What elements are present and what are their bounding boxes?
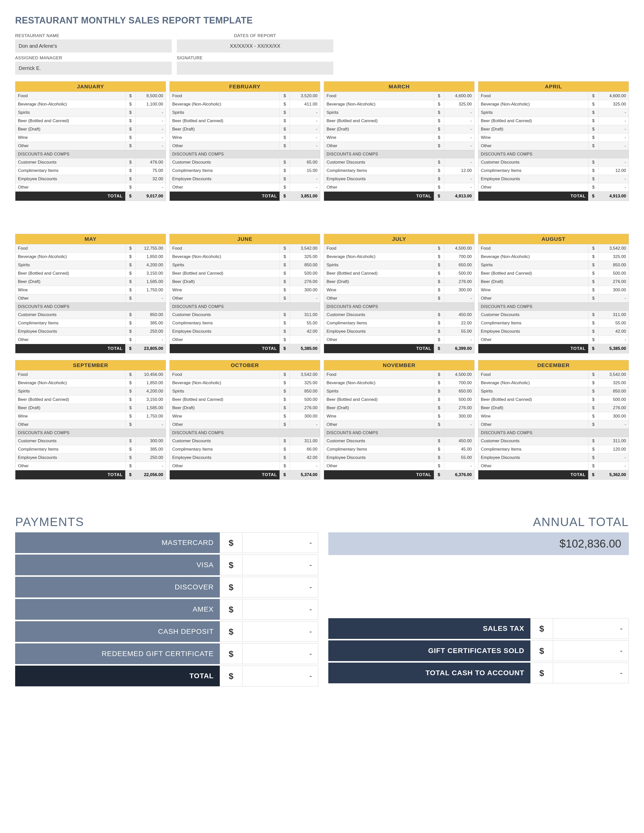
row-value[interactable]: 1,750.00 (135, 286, 166, 294)
summary-value[interactable]: - (553, 663, 629, 683)
row-value[interactable]: - (598, 294, 629, 302)
row-value[interactable]: 385.00 (135, 445, 166, 453)
row-value[interactable]: 42.00 (290, 327, 320, 336)
row-value[interactable]: 500.00 (598, 396, 629, 404)
row-value[interactable]: 500.00 (290, 396, 320, 404)
row-value[interactable]: 4,600.00 (598, 92, 629, 100)
row-value[interactable]: 276.00 (290, 404, 320, 412)
row-value[interactable]: - (444, 109, 474, 117)
row-value[interactable]: - (598, 133, 629, 142)
row-value[interactable]: - (135, 142, 166, 150)
signature-input[interactable] (177, 61, 333, 75)
row-value[interactable]: 276.00 (598, 278, 629, 286)
row-value[interactable]: - (444, 158, 474, 166)
row-value[interactable]: 500.00 (444, 396, 474, 404)
row-value[interactable]: - (290, 117, 320, 125)
row-value[interactable]: 450.00 (444, 311, 474, 319)
row-value[interactable]: 3,520.00 (290, 92, 320, 100)
row-value[interactable]: 325.00 (290, 379, 320, 387)
row-value[interactable]: 15.00 (290, 167, 320, 175)
row-value[interactable]: 650.00 (444, 387, 474, 395)
row-value[interactable]: 55.00 (290, 319, 320, 327)
row-value[interactable]: - (290, 175, 320, 183)
row-value[interactable]: 325.00 (598, 100, 629, 108)
row-value[interactable]: 500.00 (290, 269, 320, 277)
row-value[interactable]: - (598, 117, 629, 125)
row-value[interactable]: 3,542.00 (290, 371, 320, 379)
row-value[interactable]: - (135, 421, 166, 429)
row-value[interactable]: - (598, 142, 629, 150)
row-value[interactable]: 4,500.00 (444, 244, 474, 252)
row-value[interactable]: - (444, 294, 474, 302)
payment-value[interactable]: - (242, 532, 318, 553)
row-value[interactable]: 650.00 (444, 261, 474, 269)
row-value[interactable]: 75.00 (135, 167, 166, 175)
row-value[interactable]: 276.00 (290, 278, 320, 286)
row-value[interactable]: - (598, 183, 629, 191)
row-value[interactable]: 3,150.00 (135, 269, 166, 277)
row-value[interactable]: 3,542.00 (598, 371, 629, 379)
row-value[interactable]: - (135, 294, 166, 302)
row-value[interactable]: 42.00 (290, 453, 320, 462)
row-value[interactable]: 850.00 (135, 311, 166, 319)
row-value[interactable]: 250.00 (135, 453, 166, 462)
row-value[interactable]: - (444, 421, 474, 429)
summary-value[interactable]: - (553, 618, 629, 639)
row-value[interactable]: - (598, 158, 629, 166)
row-value[interactable]: - (290, 109, 320, 117)
row-value[interactable]: 850.00 (290, 261, 320, 269)
row-value[interactable]: - (290, 421, 320, 429)
row-value[interactable]: 325.00 (290, 252, 320, 261)
row-value[interactable]: 311.00 (598, 437, 629, 445)
row-value[interactable]: 4,200.00 (135, 261, 166, 269)
row-value[interactable]: - (290, 133, 320, 142)
row-value[interactable]: - (444, 183, 474, 191)
row-value[interactable]: 66.00 (290, 445, 320, 453)
row-value[interactable]: - (598, 453, 629, 462)
row-value[interactable]: 120.00 (598, 445, 629, 453)
restaurant-name-input[interactable] (15, 39, 172, 53)
row-value[interactable]: 300.00 (444, 286, 474, 294)
row-value[interactable]: 700.00 (444, 252, 474, 261)
row-value[interactable]: 311.00 (290, 311, 320, 319)
row-value[interactable]: 500.00 (444, 269, 474, 277)
dates-input[interactable] (177, 39, 333, 53)
row-value[interactable]: 45.00 (444, 445, 474, 453)
row-value[interactable]: 4,600.00 (444, 92, 474, 100)
row-value[interactable]: - (290, 462, 320, 470)
row-value[interactable]: 1,850.00 (135, 252, 166, 261)
row-value[interactable]: 8,500.00 (135, 92, 166, 100)
manager-input[interactable] (15, 61, 172, 75)
row-value[interactable]: - (598, 109, 629, 117)
row-value[interactable]: 276.00 (444, 404, 474, 412)
row-value[interactable]: 1,585.00 (135, 404, 166, 412)
payment-value[interactable]: - (242, 555, 318, 575)
row-value[interactable]: 4,200.00 (135, 387, 166, 395)
row-value[interactable]: - (444, 133, 474, 142)
row-value[interactable]: - (444, 336, 474, 344)
row-value[interactable]: 300.00 (290, 412, 320, 420)
payment-value[interactable]: - (242, 577, 318, 598)
row-value[interactable]: - (290, 294, 320, 302)
payment-value[interactable]: - (242, 643, 318, 664)
row-value[interactable]: 450.00 (444, 437, 474, 445)
row-value[interactable]: 850.00 (598, 261, 629, 269)
row-value[interactable]: 276.00 (444, 278, 474, 286)
row-value[interactable]: 411.00 (290, 100, 320, 108)
row-value[interactable]: - (598, 175, 629, 183)
row-value[interactable]: 1,850.00 (135, 379, 166, 387)
row-value[interactable]: 1,100.00 (135, 100, 166, 108)
row-value[interactable]: - (444, 117, 474, 125)
row-value[interactable]: 3,542.00 (290, 244, 320, 252)
row-value[interactable]: 4,500.00 (444, 371, 474, 379)
row-value[interactable]: 325.00 (598, 379, 629, 387)
row-value[interactable]: - (135, 109, 166, 117)
row-value[interactable]: 325.00 (598, 252, 629, 261)
row-value[interactable]: 3,542.00 (598, 244, 629, 252)
payment-value[interactable]: - (242, 599, 318, 620)
row-value[interactable]: 300.00 (598, 412, 629, 420)
row-value[interactable]: - (290, 142, 320, 150)
row-value[interactable]: - (290, 125, 320, 133)
row-value[interactable]: 32.00 (135, 175, 166, 183)
row-value[interactable]: 300.00 (598, 286, 629, 294)
